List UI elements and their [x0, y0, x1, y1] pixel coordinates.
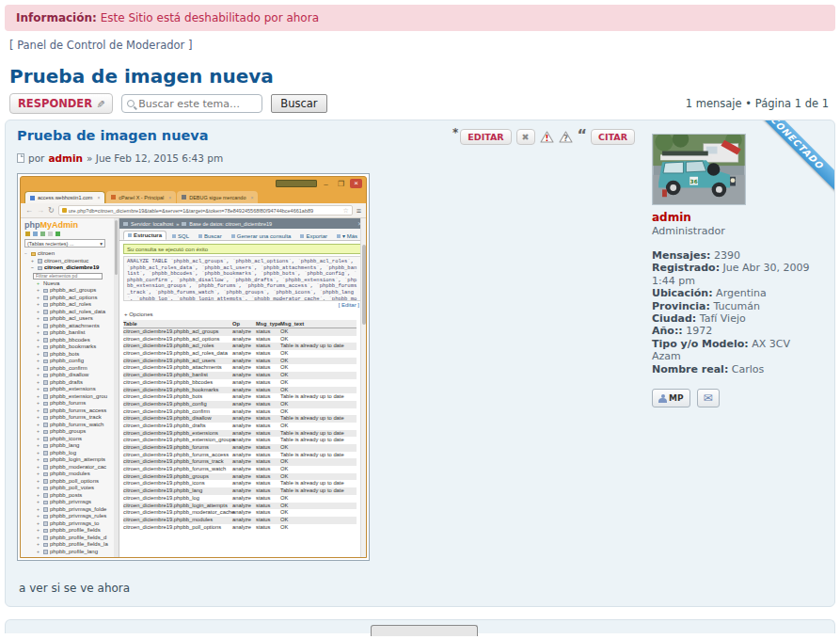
pma-main: Servidor: localhost » Base de datos: cit…	[119, 218, 366, 557]
table-icon	[43, 465, 48, 470]
results-cell: OK	[280, 444, 357, 452]
results-cell: citroen_diciembre19.phpbb_acl_users	[123, 358, 232, 365]
database-icon	[38, 259, 42, 264]
tree-root: −citroen	[24, 250, 111, 258]
pma-tab-label: Generar una consulta	[237, 233, 292, 239]
tree-table-label: phpbb_confirm	[50, 365, 87, 373]
tree-table-label: phpbb_privmsgs_folde	[50, 506, 106, 514]
results-cell: status	[256, 444, 280, 452]
database-icon	[38, 266, 42, 271]
tree-table-label: phpbb_privmsgs_to	[50, 520, 99, 528]
avatar[interactable]: 36	[652, 134, 746, 205]
results-cell: status	[256, 423, 280, 430]
table-icon	[43, 374, 48, 378]
results-cell: status	[256, 401, 280, 408]
post-image[interactable]: – ❐ × access.webhostin1.com×cPanel X - P…	[17, 173, 370, 561]
results-cell: analyze	[232, 379, 256, 387]
tab-icon	[231, 234, 235, 238]
table-icon	[43, 331, 48, 336]
table-icon	[43, 345, 48, 350]
tree-table-label: phpbb_poll_votes	[50, 485, 94, 492]
reload-icon: ↻	[48, 206, 55, 215]
tree-table-item: +phpbb_privmsgs_folde	[24, 506, 111, 514]
window-title-badge	[276, 180, 317, 187]
svg-text:?: ?	[563, 134, 568, 143]
tree-table-item: +phpbb_moderator_cac	[24, 464, 111, 471]
results-cell: citroen_diciembre19.phpbb_acl_options	[123, 336, 232, 343]
quote-button[interactable]: CITAR	[591, 129, 635, 145]
table-icon	[43, 515, 48, 519]
post-title-link[interactable]: Prueba de imagen nueva	[17, 128, 209, 143]
results-row: citroen_diciembre19.phpbb_acl_rolesanaly…	[123, 343, 357, 350]
profile-username[interactable]: admin	[652, 211, 821, 224]
site-info-banner: Información: Este Sitio está deshabilita…	[5, 5, 835, 31]
info-message: Este Sitio está deshabilitado por ahora	[101, 11, 319, 24]
search-input[interactable]	[138, 98, 257, 110]
tree-table-item: +phpbb_poll_options	[24, 478, 111, 486]
results-cell: Table is already up to date	[280, 487, 357, 495]
browser-urlbar: ← → ↻ ure.php?db=citroen_diciembre19&tab…	[21, 203, 366, 218]
report-icon[interactable]: ?	[559, 131, 573, 143]
results-cell: status	[256, 509, 280, 517]
recent-tables-select: (Tablas recientes) ... ▾	[24, 239, 105, 248]
tree-table-label: phpbb_forums_watch	[50, 422, 103, 429]
results-cell: citroen_diciembre19.phpbb_forums_access	[123, 452, 232, 459]
results-cell: OK	[280, 503, 357, 510]
private-message-button[interactable]: MP	[652, 389, 690, 407]
results-cell: citroen_diciembre19.phpbb_log	[123, 495, 232, 503]
page-title: Prueba de imagen nueva	[9, 65, 840, 88]
topic-search-box[interactable]	[121, 94, 262, 113]
tree-table-label: phpbb_acl_roles	[50, 301, 91, 309]
tree-table-item: +phpbb_acl_users	[24, 315, 111, 323]
tree-table-item: +phpbb_poll_votes	[24, 485, 111, 492]
tree-table-item: +phpbb_profile_fields_d	[24, 535, 111, 542]
sidebar-scrollbar	[114, 218, 119, 557]
post-body-text: a ver si se ve ahora	[19, 582, 823, 595]
pma-tab-label: SQL	[178, 233, 189, 239]
search-submit-button[interactable]: Buscar	[271, 94, 326, 113]
results-cell: citroen_diciembre19.phpbb_forums_watch	[123, 466, 232, 473]
tree-table-label: phpbb_bookmarks	[50, 343, 96, 351]
warn-icon[interactable]: !	[540, 131, 554, 143]
results-row: citroen_diciembre19.phpbb_acl_roles_data…	[123, 350, 357, 358]
results-cell: status	[256, 415, 280, 423]
browser-tab-title: DEBUG sigue mercando	[189, 195, 246, 200]
delete-button[interactable]: ✖	[516, 129, 535, 145]
email-button[interactable]: ✉	[697, 389, 720, 407]
results-row: citroen_diciembre19.phpbb_confirmanalyze…	[123, 408, 357, 416]
tree-table-item: +phpbb_forums	[24, 400, 111, 407]
table-icon	[43, 303, 48, 308]
settings-icon	[55, 232, 60, 236]
pma-tab-label: Estructura	[134, 232, 162, 238]
server-icon	[123, 222, 128, 226]
results-cell: analyze	[232, 480, 256, 487]
table-icon	[43, 338, 48, 343]
author-profile: 36 admin Administrador Mensajes: 2390Reg…	[652, 134, 821, 407]
pma-toolbar-icons	[25, 232, 111, 236]
author-link[interactable]: admin	[48, 152, 83, 164]
tree-table-item: +phpbb_posts	[24, 492, 111, 500]
table-icon	[43, 310, 48, 314]
pma-sidebar: phpMyAdmin (Tablas recientes) ... ▾	[21, 218, 119, 557]
tree-table-item: +phpbb_bbcodes	[24, 337, 111, 344]
logout-icon	[33, 232, 38, 236]
page-count-info: 1 mensaje • Página 1 de 1	[686, 97, 831, 110]
bottom-partial-button[interactable]	[371, 625, 478, 636]
table-icon	[43, 324, 48, 328]
profile-field: Ciudad: Tafí Viejo	[652, 312, 821, 325]
edit-button[interactable]: EDITAR	[460, 129, 511, 145]
tab-icon	[172, 234, 176, 238]
results-cell: OK	[280, 372, 357, 379]
post-action-buttons: * EDITAR ✖ ! ? “ CITAR	[452, 128, 635, 146]
moderator-panel-link[interactable]: [ Panel de Control de Moderador ]	[9, 39, 840, 52]
tab-icon	[337, 234, 341, 238]
browser-menu-icon: ≡	[357, 206, 361, 216]
reply-button[interactable]: RESPONDER ✎	[9, 93, 113, 114]
results-cell: status	[256, 408, 280, 416]
results-cell: citroen_diciembre19.phpbb_groups	[123, 473, 232, 481]
table-icon	[43, 458, 48, 463]
results-cell: Table is already up to date	[280, 343, 357, 350]
post-date: » Jue Feb 12, 2015 6:43 pm	[87, 152, 223, 164]
results-cell: analyze	[232, 415, 256, 423]
quote-mark-icon: “	[578, 126, 588, 144]
